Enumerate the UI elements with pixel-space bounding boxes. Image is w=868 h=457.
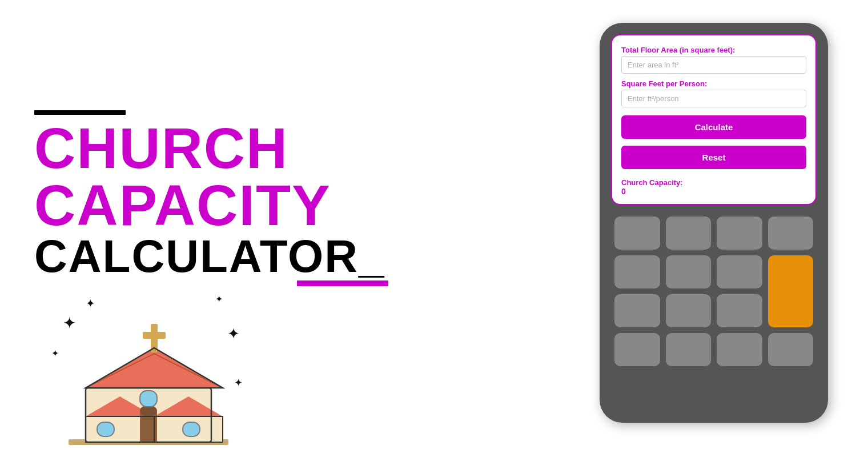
key-4[interactable] xyxy=(768,217,814,250)
key-orange[interactable] xyxy=(768,255,814,327)
purple-underline-decoration xyxy=(297,280,388,286)
key-6[interactable] xyxy=(666,255,712,288)
church-svg xyxy=(51,291,246,456)
sparkle-icon-5: ✦ xyxy=(227,325,240,343)
key-3[interactable] xyxy=(717,217,762,250)
sqft-per-person-field-group: Square Feet per Person: xyxy=(621,79,806,107)
right-section: Total Floor Area (in square feet): Squar… xyxy=(594,23,834,434)
left-section: CHURCH CAPACITY CALCULATOR_ ✦ ✦ ✦ ✦ ✦ ✦ xyxy=(34,110,434,347)
calculator-device: Total Floor Area (in square feet): Squar… xyxy=(600,23,828,423)
sparkle-icon-3: ✦ xyxy=(51,348,59,359)
church-illustration: ✦ ✦ ✦ ✦ ✦ ✦ xyxy=(51,291,246,456)
title-calculator: CALCULATOR_ xyxy=(34,234,385,279)
sparkle-icon-4: ✦ xyxy=(215,294,223,304)
key-7[interactable] xyxy=(717,255,762,288)
sparkle-icon: ✦ xyxy=(86,296,95,310)
calculator-screen: Total Floor Area (in square feet): Squar… xyxy=(611,34,817,205)
calculate-button[interactable]: Calculate xyxy=(621,115,806,139)
keypad xyxy=(611,211,817,372)
svg-rect-10 xyxy=(97,422,114,436)
sparkle-icon-6: ✦ xyxy=(234,376,243,389)
key-11[interactable] xyxy=(614,333,660,366)
key-2[interactable] xyxy=(666,217,712,250)
key-12[interactable] xyxy=(666,333,712,366)
key-1[interactable] xyxy=(614,217,660,250)
key-9[interactable] xyxy=(666,294,712,327)
sqft-per-person-input[interactable] xyxy=(621,90,806,107)
svg-rect-12 xyxy=(140,391,157,407)
title-calculator-row: CALCULATOR_ xyxy=(34,234,434,279)
floor-area-input[interactable] xyxy=(621,56,806,74)
svg-rect-11 xyxy=(183,422,200,436)
title-church: CHURCH xyxy=(34,119,434,177)
key-13[interactable] xyxy=(717,333,762,366)
key-8[interactable] xyxy=(614,294,660,327)
floor-area-field-group: Total Floor Area (in square feet): xyxy=(621,46,806,74)
black-bar-decoration xyxy=(34,110,126,115)
reset-button[interactable]: Reset xyxy=(621,146,806,169)
key-10[interactable] xyxy=(717,294,762,327)
result-label: Church Capacity: xyxy=(621,178,806,187)
key-5[interactable] xyxy=(614,255,660,288)
svg-rect-14 xyxy=(143,332,166,339)
title-capacity: CAPACITY xyxy=(34,177,434,234)
sparkle-icon-2: ✦ xyxy=(63,314,76,332)
floor-area-label: Total Floor Area (in square feet): xyxy=(621,46,806,54)
sqft-per-person-label: Square Feet per Person: xyxy=(621,79,806,88)
result-value: 0 xyxy=(621,187,806,196)
result-group: Church Capacity: 0 xyxy=(621,175,806,196)
key-14[interactable] xyxy=(768,333,814,366)
